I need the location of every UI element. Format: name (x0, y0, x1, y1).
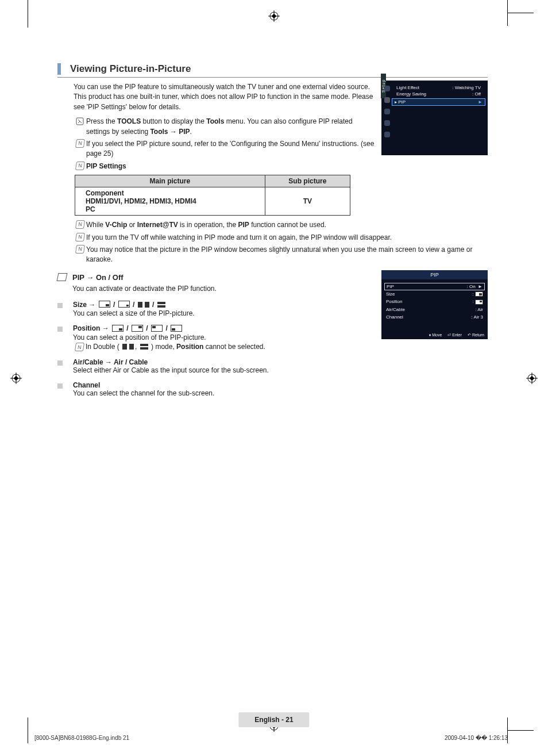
aircable-heading: Air/Cable → Air / Cable Select either Ai… (57, 358, 488, 374)
size-body: You can select a size of the PIP-picture… (73, 309, 195, 317)
section-title: Viewing Picture-in-Picture (57, 63, 488, 78)
channel-body: You can select the channel for the sub-s… (73, 389, 214, 397)
size-small-icon (99, 301, 110, 308)
osd-footer: ♦ Move ⏎ Enter ↶ Return (381, 331, 488, 339)
unnatural-note: N You may notice that the picture in the… (74, 245, 488, 265)
size-mini-icon (118, 301, 130, 308)
pos-br-icon (112, 325, 124, 332)
note-icon: N (75, 139, 84, 148)
arrow-right-icon: ► (478, 99, 483, 105)
osd-pip-title: PIP (381, 270, 488, 279)
pos-tl-icon (151, 325, 163, 332)
print-file: [8000-SA]BN68-01988G-Eng.indb 21 (34, 735, 129, 741)
crop-mark (508, 730, 534, 731)
pos-tr-icon (132, 325, 143, 332)
square-bullet-icon (57, 303, 63, 308)
section-title-text: Viewing Picture-in-Picture (70, 63, 191, 75)
crop-mark (508, 13, 534, 13)
osd-row: Energy Saving: Off (394, 91, 483, 97)
square-bullet-icon (57, 327, 63, 332)
page-footer: English - 21 (238, 712, 309, 727)
svg-rect-15 (530, 375, 534, 380)
pos-bl-icon (171, 325, 182, 332)
note-icon: N (75, 220, 84, 229)
checkbox-bullet-icon (57, 273, 68, 281)
osd-row-selected: PIP: On ► (384, 283, 485, 290)
reg-mark-left (9, 371, 23, 385)
position-body: You can select a position of the PIP-pic… (73, 333, 265, 341)
pip-settings-table: Main pictureSub picture Component HDMI1/… (75, 175, 350, 216)
tools-note: Press the TOOLS button to display the To… (74, 117, 378, 137)
aircable-body: Select either Air or Cable as the input … (73, 366, 269, 374)
position-double-note: N In Double ( , ) mode, Position cannot … (73, 343, 265, 351)
osd-side-icon (384, 132, 390, 137)
title-bar-icon (57, 63, 61, 75)
reg-mark-right (525, 371, 539, 385)
size-double-v-icon (140, 344, 148, 350)
sound-note: N If you select the PIP picture sound, r… (74, 139, 378, 159)
reg-mark-top (267, 9, 281, 23)
table-header-sub: Sub picture (265, 175, 350, 187)
print-footer: [8000-SA]BN68-01988G-Eng.indb 21 2009-04… (34, 735, 508, 741)
print-timestamp: 2009-04-10 �� 1:26:13 (445, 735, 508, 741)
table-header-main: Main picture (75, 175, 265, 187)
page-content: Setup Light Effect: Watching TV Energy S… (57, 40, 488, 704)
osd-setup-preview: Setup Light Effect: Watching TV Energy S… (381, 80, 488, 155)
note-icon: N (75, 245, 84, 254)
osd-row: Channel: Air 3 (386, 313, 483, 321)
pip-settings-heading: N PIP Settings (74, 162, 378, 171)
osd-side-icon (384, 120, 390, 126)
osd-row: Size: (386, 290, 483, 298)
osd-side-icon (384, 109, 390, 114)
svg-rect-11 (14, 375, 18, 380)
intro-text: You can use the PIP feature to simultane… (74, 82, 378, 112)
osd-side-icons (383, 81, 392, 155)
size-double-v-icon (157, 302, 165, 308)
note-icon: N (75, 162, 84, 170)
osd-row: Light Effect: Watching TV (394, 85, 483, 91)
osd-pip-preview: PIP PIP: On ► Size: Position: Air/Cable:… (381, 270, 488, 339)
note-icon: N (74, 343, 84, 351)
crop-mark (28, 717, 28, 743)
osd-row-selected: ▸ PIP► (392, 98, 485, 106)
osd-side-icon (384, 86, 390, 91)
osd-side-icon (384, 97, 390, 103)
size-double-h-icon (122, 344, 134, 350)
osd-row: Air/Cable: Air (386, 306, 483, 313)
note-icon: N (75, 233, 84, 241)
off-note: N If you turn the TV off while watching … (74, 233, 488, 243)
osd-row: Position: (386, 298, 483, 305)
channel-heading: Channel You can select the channel for t… (57, 381, 488, 397)
svg-rect-3 (272, 14, 276, 18)
square-bullet-icon (57, 383, 63, 389)
square-bullet-icon (57, 360, 63, 366)
tools-icon (76, 117, 84, 125)
vchip-note: N While V-Chip or Internet@TV is in oper… (74, 220, 488, 230)
crop-mark (28, 0, 28, 28)
table-cell-sub: TV (265, 187, 350, 216)
table-cell-main: Component HDMI1/DVI, HDMI2, HDMI3, HDMI4… (75, 187, 265, 216)
size-double-h-icon (138, 302, 149, 308)
